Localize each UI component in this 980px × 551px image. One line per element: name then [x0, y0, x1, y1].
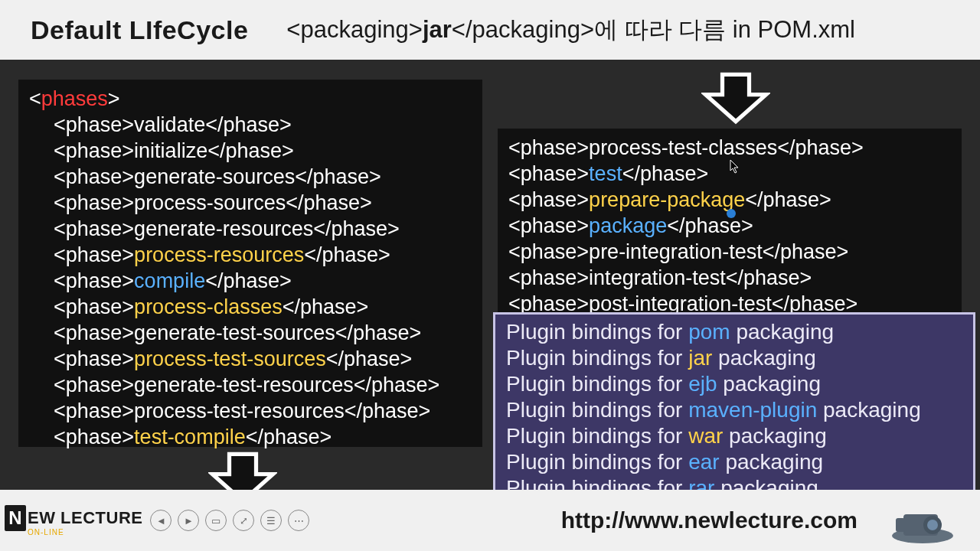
subtitle-bold: jar	[423, 16, 452, 43]
phase-line: <phase>validate</phase>	[29, 112, 472, 138]
phase-line: <phase>compile</phase>	[29, 268, 472, 294]
more-button[interactable]: ⋯	[288, 510, 309, 531]
binding-line: Plugin bindings for war packaging	[506, 423, 962, 449]
control-button[interactable]: ⤢	[233, 510, 254, 531]
logo-sub: ON-LINE	[28, 528, 142, 536]
svg-rect-4	[896, 518, 905, 532]
binding-line: Plugin bindings for maven-plugin packagi…	[506, 397, 962, 423]
phase-line: <phase>pre-integration-test</phase>	[508, 239, 951, 265]
phase-line: <phase>generate-test-sources</phase>	[29, 320, 472, 346]
header: Default LIfeCycle <packaging>jar</packag…	[0, 0, 980, 60]
binding-line: Plugin bindings for ear packaging	[506, 449, 962, 475]
arrow-down-icon	[701, 71, 770, 125]
page-title: Default LIfeCycle	[31, 15, 248, 45]
phase-line: <phase>integration-test</phase>	[508, 265, 951, 291]
phases-panel-right: <phase>process-test-classes</phase><phas…	[498, 129, 962, 312]
logo-text: EW LECTURE	[28, 508, 142, 528]
phases-open: <phases>	[29, 86, 472, 112]
control-button[interactable]: ☰	[260, 510, 282, 531]
phase-line: <phase>generate-resources</phase>	[29, 216, 472, 242]
phase-line: <phase>process-test-classes</phase>	[508, 135, 951, 161]
slide-controls: ◄ ► ▭ ⤢ ☰ ⋯	[150, 510, 309, 531]
subtitle: <packaging>jar</packaging>에 따라 다름 in POM…	[286, 14, 855, 46]
loading-dot-icon	[727, 209, 736, 218]
phase-line: <phase>process-test-resources</phase>	[29, 398, 472, 424]
phase-line: <phase>process-test-sources</phase>	[29, 346, 472, 372]
phase-line: <phase>process-resources</phase>	[29, 242, 472, 268]
binding-line: Plugin bindings for ejb packaging	[506, 371, 962, 397]
plugin-bindings-overlay: Plugin bindings for pom packagingPlugin …	[493, 312, 975, 510]
phase-line: <phase>process-sources</phase>	[29, 190, 472, 216]
camera-icon	[880, 499, 957, 545]
subtitle-post: </packaging>에 따라 다름 in POM.xml	[452, 16, 855, 43]
phase-line: <phase>test-compile</phase>	[29, 424, 472, 450]
phase-line: <phase>generate-sources</phase>	[29, 164, 472, 190]
next-button[interactable]: ►	[178, 510, 199, 531]
footer-url: http://www.newlecture.com	[561, 507, 858, 533]
logo-badge: N	[5, 505, 26, 531]
subtitle-pre: <packaging>	[286, 16, 423, 43]
content-area: <phases> <phase>validate</phase><phase>i…	[0, 60, 980, 490]
phase-line: <phase>generate-test-resources</phase>	[29, 372, 472, 398]
logo: N EW LECTURE ON-LINE	[5, 505, 142, 536]
phases-tag: phases	[41, 87, 108, 110]
cursor-icon	[730, 159, 740, 174]
phase-line: <phase>initialize</phase>	[29, 138, 472, 164]
footer: N EW LECTURE ON-LINE ◄ ► ▭ ⤢ ☰ ⋯ http://…	[0, 490, 980, 551]
binding-line: Plugin bindings for jar packaging	[506, 345, 962, 371]
prev-button[interactable]: ◄	[150, 510, 172, 531]
phase-line: <phase>process-classes</phase>	[29, 294, 472, 320]
control-button[interactable]: ▭	[205, 510, 227, 531]
binding-line: Plugin bindings for pom packaging	[506, 319, 962, 345]
phases-panel-left: <phases> <phase>validate</phase><phase>i…	[18, 80, 482, 447]
svg-point-3	[927, 520, 938, 530]
